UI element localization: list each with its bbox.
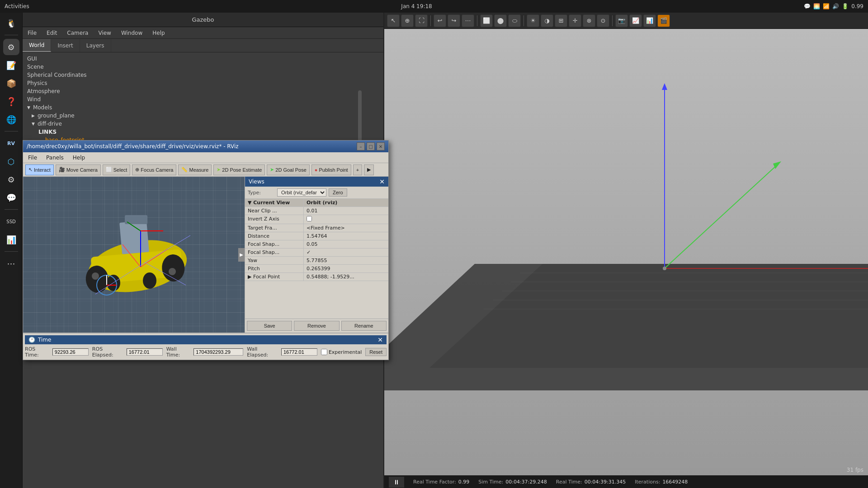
dock-icon-ssd[interactable]: SSD xyxy=(3,213,19,230)
interact-tool-btn[interactable]: ↖ Interact xyxy=(25,164,54,175)
views-rename-btn[interactable]: Rename xyxy=(341,321,387,331)
flux-icon: 🌅 xyxy=(813,3,820,9)
gazebo-menubar: File Edit Camera View Window Help xyxy=(23,27,383,39)
measure-tool-btn[interactable]: 📏 Measure xyxy=(178,164,212,175)
gz-sep-1 xyxy=(430,15,431,26)
rviz-3d-viewport[interactable]: ▶ xyxy=(23,177,245,333)
goal-pose-tool-btn[interactable]: ➤ 2D Goal Pose xyxy=(267,164,309,175)
gz-contact-btn[interactable]: ⊗ xyxy=(583,14,595,27)
tree-item-diff-drive[interactable]: ▼diff-drive xyxy=(23,120,383,128)
ros-time-input[interactable] xyxy=(52,348,89,356)
dock-icon-vscode[interactable]: ⬡ xyxy=(3,153,19,169)
views-type-select[interactable]: Orbit (rviz_defar xyxy=(277,188,326,197)
tree-item-spherical[interactable]: Spherical Coordinates xyxy=(23,71,383,79)
menu-camera[interactable]: Camera xyxy=(64,29,91,37)
dock-icon-files[interactable]: 📝 xyxy=(3,57,19,73)
tab-layers[interactable]: Layers xyxy=(80,39,111,52)
gz-video-btn[interactable]: 🎬 xyxy=(657,14,670,27)
rviz-maximize-btn[interactable]: □ xyxy=(367,142,375,150)
gz-joint-btn[interactable]: ⊙ xyxy=(597,14,609,27)
rviz-menu-file[interactable]: File xyxy=(25,154,40,162)
more-tools-btn[interactable]: ▶ xyxy=(364,164,374,175)
menu-file[interactable]: File xyxy=(25,29,39,37)
tree-item-wind[interactable]: Wind xyxy=(23,95,383,103)
pause-btn[interactable]: ⏸ xyxy=(389,477,404,488)
gz-select-tool[interactable]: ↖ xyxy=(387,14,400,27)
gz-shadow-btn[interactable]: ◑ xyxy=(541,14,553,27)
dock-icon-gazebo[interactable]: ⚙ xyxy=(3,39,19,55)
wall-elapsed-input[interactable] xyxy=(281,348,317,356)
dock-icon-system[interactable]: 🐧 xyxy=(3,15,19,31)
select-tool-btn[interactable]: ⬜ Select xyxy=(103,164,131,175)
tab-world[interactable]: World xyxy=(23,39,51,52)
rviz-window: /home/drec0xy/willa_bot/install/diff_dri… xyxy=(23,140,389,360)
menu-edit[interactable]: Edit xyxy=(44,29,60,37)
ros-elapsed-input[interactable] xyxy=(127,348,163,356)
gz-box-btn[interactable]: ⬜ xyxy=(480,14,493,27)
dock-icon-settings[interactable]: ⚙ xyxy=(3,171,19,188)
tree-item-atmosphere[interactable]: Atmosphere xyxy=(23,87,383,95)
gz-origin-btn[interactable]: ✛ xyxy=(569,14,581,27)
dock-icon-apps[interactable]: ⋯ xyxy=(3,255,19,272)
gz-cylinder-btn[interactable]: ⬭ xyxy=(508,14,521,27)
time-bar-content: ROS Time: ROS Elapsed: Wall Time: Wall E… xyxy=(25,346,387,358)
views-zero-btn[interactable]: Zero xyxy=(329,188,347,197)
rviz-close-btn[interactable]: ✕ xyxy=(377,142,385,150)
views-header-label: Views xyxy=(249,178,264,185)
goal-icon: ➤ xyxy=(270,167,274,173)
tree-item-links[interactable]: LINKS xyxy=(23,128,383,136)
dock-icon-discord[interactable]: 💬 xyxy=(3,189,19,206)
svg-point-30 xyxy=(663,267,666,270)
wall-time-input[interactable] xyxy=(193,348,243,356)
interact-icon: ↖ xyxy=(28,167,33,173)
gz-chart-btn[interactable]: 📊 xyxy=(643,14,656,27)
gz-sphere-btn[interactable]: ⬤ xyxy=(494,14,507,27)
rviz-menu-panels[interactable]: Panels xyxy=(43,154,66,162)
menu-view[interactable]: View xyxy=(95,29,113,37)
invert-z-checkbox[interactable] xyxy=(307,216,312,221)
gz-record-btn[interactable]: 📈 xyxy=(629,14,642,27)
dock-icon-browser[interactable]: 🌐 xyxy=(3,111,19,127)
gz-more-btn[interactable]: ⋯ xyxy=(462,14,474,27)
dock-icon-help[interactable]: ❓ xyxy=(3,93,19,109)
rviz-window-buttons: – □ ✕ xyxy=(357,142,385,150)
time-close-btn[interactable]: ✕ xyxy=(377,336,383,343)
dock-icon-software[interactable]: 📦 xyxy=(3,75,19,91)
publish-point-tool-btn[interactable]: ● Publish Point xyxy=(311,164,351,175)
menu-help[interactable]: Help xyxy=(150,29,167,37)
gz-undo-btn[interactable]: ↩ xyxy=(434,14,446,27)
dock-icon-rviz[interactable]: RV xyxy=(3,135,19,151)
gazebo-3d-viewport[interactable]: 31 fps xyxy=(384,29,868,475)
rviz-minimize-btn[interactable]: – xyxy=(357,142,365,150)
tree-item-gui[interactable]: GUI xyxy=(23,55,383,63)
activities-label[interactable]: Activities xyxy=(5,3,29,9)
tab-insert[interactable]: Insert xyxy=(51,39,80,52)
views-prop-nearclip: Near Clip ... 0.01 xyxy=(245,207,388,215)
tree-item-models[interactable]: ▼Models xyxy=(23,103,383,112)
experimental-checkbox[interactable] xyxy=(321,349,327,355)
left-dock: 🐧 ⚙ 📝 📦 ❓ 🌐 RV ⬡ ⚙ 💬 SSD 📊 ⋯ xyxy=(0,13,23,488)
wall-time-label: Wall Time: xyxy=(166,346,190,358)
rviz-menu-help[interactable]: Help xyxy=(70,154,88,162)
gz-redo-btn[interactable]: ↪ xyxy=(448,14,460,27)
tree-item-physics[interactable]: Physics xyxy=(23,79,383,87)
gz-orbit-tool[interactable]: ⊕ xyxy=(401,14,414,27)
menu-window[interactable]: Window xyxy=(118,29,145,37)
dock-icon-monitor[interactable]: 📊 xyxy=(3,231,19,248)
tree-item-ground-plane[interactable]: ▶ground_plane xyxy=(23,112,383,120)
gz-grid-btn[interactable]: ⊞ xyxy=(555,14,567,27)
tree-item-scene[interactable]: Scene xyxy=(23,63,383,71)
gz-screenshot-btn[interactable]: 📷 xyxy=(615,14,628,27)
time-reset-btn[interactable]: Reset xyxy=(365,348,387,356)
views-save-btn[interactable]: Save xyxy=(247,321,292,331)
views-close-btn[interactable]: ✕ xyxy=(379,178,385,185)
pose-estimate-tool-btn[interactable]: ➤ 2D Pose Estimate xyxy=(213,164,265,175)
gz-sun-btn[interactable]: ☀ xyxy=(527,14,539,27)
move-camera-tool-btn[interactable]: 🎥 Move Camera xyxy=(56,164,101,175)
viewport-expand-btn[interactable]: ▶ xyxy=(238,248,245,262)
views-remove-btn[interactable]: Remove xyxy=(294,321,339,331)
focus-camera-tool-btn[interactable]: ⊕ Focus Camera xyxy=(132,164,176,175)
sound-icon: 🔊 xyxy=(832,3,839,9)
add-tool-btn[interactable]: + xyxy=(353,164,362,175)
gz-translate-tool[interactable]: ⛶ xyxy=(415,14,428,27)
